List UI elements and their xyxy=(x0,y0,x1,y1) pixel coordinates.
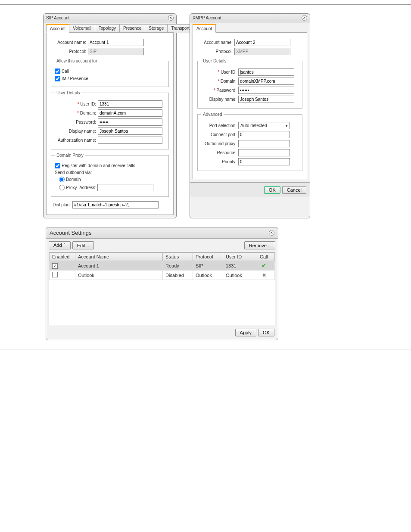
outbound-proxy-label: Outbound proxy: xyxy=(201,141,238,146)
allow-account-fieldset: Allow this account for Call IM / Presenc… xyxy=(51,59,169,87)
dialplan-field[interactable] xyxy=(72,201,159,208)
outbound-proxy-label: Proxy xyxy=(66,185,77,190)
sip-title-bar: SIP Account ✕ xyxy=(44,14,176,22)
xmpp-window-title: XMPP Account xyxy=(193,16,221,20)
advanced-fieldset: Advanced Port selection: Auto detected ▾… xyxy=(197,112,302,171)
xmpp-button-bar: OK Cancel xyxy=(190,182,310,197)
user-id-label: * User ID: xyxy=(201,70,238,75)
tab-account[interactable]: Account xyxy=(193,24,216,33)
outbound-domain-radio[interactable] xyxy=(59,177,65,182)
tab-storage[interactable]: Storage xyxy=(145,24,168,33)
register-domain-label: Register with domain and receive calls xyxy=(62,163,135,168)
settings-toolbar: Add ˅ Edit... Remove... xyxy=(46,239,278,252)
cancel-button[interactable]: Cancel xyxy=(282,186,306,194)
row-protocol: Outlook xyxy=(193,271,223,280)
password-field[interactable] xyxy=(98,118,162,126)
chevron-down-icon: ▾ xyxy=(286,124,288,128)
outbound-domain-label: Domain xyxy=(66,177,81,182)
xmpp-account-window: XMPP Account ✕ Account Account name: Pro… xyxy=(190,13,310,218)
close-icon[interactable]: ✕ xyxy=(168,15,174,21)
outbound-proxy-radio[interactable] xyxy=(59,185,65,190)
col-call[interactable]: Call xyxy=(253,253,275,261)
domain-field[interactable] xyxy=(238,78,294,85)
row-name: Outlook xyxy=(75,271,163,280)
row-status: Disabled xyxy=(163,271,193,280)
tab-topology[interactable]: Topology xyxy=(95,24,120,33)
allow-legend: Allow this account for xyxy=(55,59,99,63)
protocol-field xyxy=(88,48,144,55)
add-button[interactable]: Add ˅ xyxy=(49,241,71,249)
sip-panel: Account name: Protocol: Allow this accou… xyxy=(46,32,174,215)
tab-presence[interactable]: Presence xyxy=(119,24,145,33)
resource-field[interactable] xyxy=(238,149,290,156)
close-icon[interactable]: ✕ xyxy=(302,15,307,21)
user-id-field[interactable] xyxy=(238,68,294,76)
account-name-field[interactable] xyxy=(234,39,290,46)
remove-button[interactable]: Remove... xyxy=(244,241,275,249)
account-name-label: Account name: xyxy=(51,40,88,45)
connect-port-field[interactable] xyxy=(238,131,290,138)
user-details-fieldset: User Details * User ID: * Domain: * Pass… xyxy=(197,59,302,109)
display-name-field[interactable] xyxy=(98,128,162,135)
protocol-label: Protocol: xyxy=(51,49,88,54)
proxy-address-field[interactable] xyxy=(97,184,153,191)
password-label: Password: xyxy=(55,120,98,124)
display-name-label: Display name: xyxy=(55,129,98,134)
table-row[interactable]: ✓ Account 1 Ready SIP 1331 ✔ xyxy=(50,261,275,271)
account-settings-window: Account Settings ✕ Add ˅ Edit... Remove.… xyxy=(46,227,278,340)
sip-account-window: SIP Account ✕ Account Voicemail Topology… xyxy=(43,13,177,218)
col-userid[interactable]: User ID xyxy=(223,253,253,261)
settings-window-title: Account Settings xyxy=(50,230,92,236)
protocol-label: Protocol: xyxy=(197,49,234,54)
domain-field[interactable] xyxy=(98,109,162,117)
advanced-legend: Advanced xyxy=(201,112,224,117)
auth-name-field[interactable] xyxy=(98,137,162,144)
row-enabled-checkbox[interactable]: ✓ xyxy=(52,263,58,269)
accounts-table-wrapper: Enabled Account Name Status Protocol Use… xyxy=(49,252,275,325)
col-enabled[interactable]: Enabled xyxy=(50,253,75,261)
password-field[interactable] xyxy=(238,87,294,94)
col-status[interactable]: Status xyxy=(163,253,193,261)
sip-tabs: Account Voicemail Topology Presence Stor… xyxy=(44,22,176,33)
row-protocol: SIP xyxy=(193,261,223,271)
allow-call-label: Call xyxy=(62,69,69,74)
allow-im-label: IM / Presence xyxy=(62,76,88,81)
row-name: Account 1 xyxy=(75,261,163,271)
domain-proxy-legend: Domain Proxy xyxy=(55,153,85,158)
outbound-proxy-field[interactable] xyxy=(238,140,290,147)
resource-label: Resource: xyxy=(201,150,238,155)
display-name-field[interactable] xyxy=(238,96,294,103)
row-enabled-checkbox[interactable] xyxy=(52,272,58,277)
proxy-address-label: Address: xyxy=(79,185,96,190)
xmpp-panel: Account name: Protocol: User Details * U… xyxy=(193,32,307,179)
tab-account[interactable]: Account xyxy=(46,24,69,33)
xmpp-title-bar: XMPP Account ✕ xyxy=(190,14,310,22)
user-id-field[interactable] xyxy=(98,100,162,108)
user-details-legend: User Details xyxy=(55,90,81,95)
row-userid: Outlook xyxy=(223,271,253,280)
password-label: * Password: xyxy=(201,88,238,93)
domain-proxy-fieldset: Domain Proxy Register with domain and re… xyxy=(51,153,169,197)
allow-im-checkbox[interactable] xyxy=(55,76,60,81)
ok-button[interactable]: OK xyxy=(264,186,280,194)
account-name-field[interactable] xyxy=(88,39,144,46)
priority-field[interactable] xyxy=(238,158,290,165)
auth-name-label: Authorization name: xyxy=(55,138,98,143)
protocol-field xyxy=(234,48,290,55)
close-icon[interactable]: ✕ xyxy=(269,230,274,236)
allow-call-checkbox[interactable] xyxy=(55,68,60,74)
table-row[interactable]: Outlook Disabled Outlook Outlook ✖ xyxy=(50,271,275,280)
tab-voicemail[interactable]: Voicemail xyxy=(69,24,95,33)
connect-port-label: Connect port: xyxy=(201,132,238,137)
ok-button[interactable]: OK xyxy=(258,329,274,336)
col-protocol[interactable]: Protocol xyxy=(193,253,223,261)
row-status: Ready xyxy=(163,261,193,271)
x-icon: ✖ xyxy=(262,272,266,278)
apply-button[interactable]: Apply xyxy=(235,329,257,336)
port-selection-dropdown[interactable]: Auto detected ▾ xyxy=(238,122,290,129)
user-details-legend: User Details xyxy=(201,59,228,63)
register-domain-checkbox[interactable] xyxy=(55,163,60,168)
col-account-name[interactable]: Account Name xyxy=(75,253,163,261)
edit-button[interactable]: Edit... xyxy=(72,241,94,249)
display-name-label: Display name: xyxy=(201,97,238,102)
